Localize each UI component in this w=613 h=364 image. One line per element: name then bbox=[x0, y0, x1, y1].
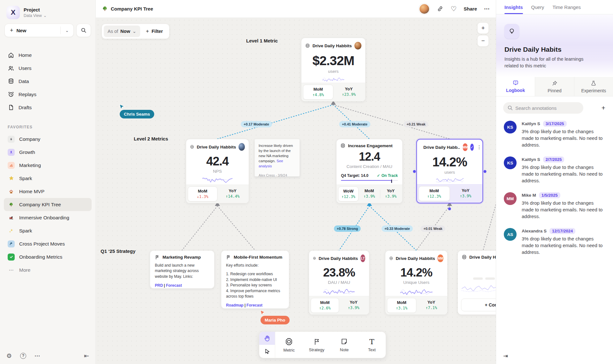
cursor-arrow-icon bbox=[118, 103, 125, 110]
select-tool-button[interactable] bbox=[259, 345, 275, 358]
zoom-in-button[interactable]: + bbox=[477, 22, 489, 34]
project-subtitle[interactable]: Data View⌄ bbox=[24, 13, 47, 18]
metric-card-level1[interactable]: Drive Daily Habbits $2.32M users MoM ↑4.… bbox=[301, 38, 366, 102]
metric-value: 42.4 bbox=[186, 155, 249, 168]
favorites-section-label: FAVORITES bbox=[0, 114, 95, 133]
tab-time-ranges[interactable]: Time Ranges bbox=[552, 0, 581, 14]
mom-stat[interactable]: MoM ↑2.6% bbox=[311, 298, 339, 313]
forecast-link[interactable]: Forecast bbox=[166, 283, 182, 288]
annotation-note[interactable]: Increase likely driven by the launch of … bbox=[254, 139, 300, 177]
topbar: Company KPI Tree ♡ Share ⋯ bbox=[96, 0, 496, 18]
new-dropdown-chevron-icon[interactable]: ⌄ bbox=[61, 28, 73, 33]
mom-stat[interactable]: MoM ↑4.8% bbox=[303, 85, 333, 100]
yoy-stat[interactable]: YoY ↑14.4% bbox=[218, 186, 247, 201]
subtab-pinned[interactable]: Pinned bbox=[535, 77, 574, 96]
more-options-icon[interactable]: ⋯ bbox=[34, 353, 40, 359]
sidebar-item-drafts[interactable]: Drafts bbox=[4, 101, 92, 114]
sidebar-fav-cross-project-moves[interactable]: Cross Project Moves bbox=[4, 237, 92, 250]
annotation-item[interactable]: KS Kaitlyn S 3/17/2025 3% drop likely du… bbox=[504, 121, 605, 148]
annotation-item[interactable]: MM Mike M 1/5/2025 3% drop likely due to… bbox=[504, 192, 605, 220]
metric-unit: users bbox=[301, 69, 365, 74]
search-annotations-input[interactable] bbox=[503, 102, 583, 114]
collapse-panel-icon[interactable]: ⇥ bbox=[503, 353, 508, 360]
sidebar-fav-marketing[interactable]: Marketing bbox=[4, 159, 92, 172]
annotation-item[interactable]: KS Kaitlyn S 2/7/2025 3% drop likely due… bbox=[504, 156, 605, 184]
sidebar-item-home[interactable]: Home bbox=[4, 49, 92, 62]
add-annotation-button[interactable]: + bbox=[601, 104, 606, 112]
note-tool-button[interactable]: Note bbox=[330, 332, 358, 358]
subtab-logbook[interactable]: Logbook bbox=[496, 77, 535, 96]
sidebar-item-replays[interactable]: Replays bbox=[4, 88, 92, 101]
yoy-stat[interactable]: YoY ↑3.9% bbox=[450, 186, 481, 201]
sidebar-fav-spark-2[interactable]: Spark bbox=[4, 224, 92, 237]
project-switcher[interactable]: X Project Data View⌄ bbox=[0, 4, 95, 24]
forecast-link[interactable]: Forecast bbox=[246, 303, 262, 307]
metric-card-unique-users[interactable]: Drive Daily Habbits MM 14.2% Unique User… bbox=[385, 250, 448, 315]
metric-card-engagement[interactable]: Increase Engagement 12.4 Content Creatio… bbox=[336, 139, 403, 203]
filter-button[interactable]: + Filter bbox=[141, 28, 167, 34]
sidebar-fav-company[interactable]: Company bbox=[4, 133, 92, 146]
yoy-stat[interactable]: YoY ↑7.1% bbox=[417, 298, 446, 313]
sidebar-fav-immersive-onboarding[interactable]: Immersive Onboarding bbox=[4, 211, 92, 224]
strategy-card-marketing-revamp[interactable]: Marketing Revamp Build and launch a new … bbox=[150, 250, 215, 289]
annotation-date-badge: 12/17/2024 bbox=[549, 228, 575, 234]
subtab-experiments[interactable]: Experiments bbox=[574, 77, 613, 96]
tab-insights[interactable]: Insights bbox=[504, 0, 523, 14]
sidebar-item-label: Company bbox=[19, 136, 40, 142]
tab-query[interactable]: Query bbox=[531, 0, 544, 14]
prd-link[interactable]: PRD bbox=[155, 283, 163, 288]
zoom-out-button[interactable]: − bbox=[477, 35, 489, 47]
yoy-stat[interactable]: YoY ↑3.9% bbox=[340, 298, 367, 313]
sidebar-fav-company-kpi-tree[interactable]: Company KPI Tree bbox=[4, 198, 92, 211]
strategy-tool-button[interactable]: Strategy bbox=[303, 332, 331, 358]
yoy-stat[interactable]: YoY ↑3.9% bbox=[381, 186, 401, 201]
sidebar-fav-growth[interactable]: Growth bbox=[4, 146, 92, 159]
kpi-tree-canvas[interactable]: As of Now ⌄ + Filter + − Level 1 Metric … bbox=[96, 18, 496, 364]
mom-stat[interactable]: MoM ↓1.3% bbox=[188, 186, 217, 201]
yoy-stat[interactable]: YoY ↑23.9% bbox=[334, 85, 364, 100]
new-button[interactable]: +New ⌄ bbox=[4, 24, 74, 37]
mom-stat[interactable]: MoM ↑3.1% bbox=[387, 298, 416, 313]
sparkline-chart bbox=[305, 76, 362, 83]
hand-tool-button[interactable] bbox=[259, 332, 275, 345]
edge-weight-pill: +0.17 Moderate bbox=[241, 121, 272, 127]
mom-stat[interactable]: MoM ↑12.3% bbox=[419, 186, 450, 201]
roadmap-link[interactable]: Roadmap bbox=[226, 303, 244, 307]
strategy-card-mobile-first[interactable]: Mobile-First Momentum Key efforts includ… bbox=[221, 250, 289, 309]
logbook-icon bbox=[512, 80, 519, 86]
metric-unit: DAU / MAU bbox=[309, 280, 369, 285]
metric-card-dau[interactable]: Drive Daily Habbits LT 23.8% DAU / MAU M… bbox=[309, 250, 369, 315]
mom-stat[interactable]: MoM ↑3.9% bbox=[359, 186, 379, 201]
as-of-dropdown[interactable]: As of Now ⌄ bbox=[104, 26, 140, 37]
metric-card-nps[interactable]: Drive Daily Habbits 42.4 NPS MoM ↓1.3% Y… bbox=[186, 139, 249, 203]
share-button[interactable]: Share bbox=[464, 6, 477, 11]
favorite-heart-icon[interactable]: ♡ bbox=[450, 5, 457, 13]
sidebar-fav-onboarding-metrics[interactable]: Onboarding Metrics bbox=[4, 250, 92, 263]
metric-card-selected[interactable]: Drive Daily Habb.. MM ✓ ⋮ 14.2% users Mo… bbox=[416, 139, 483, 203]
copy-link-icon[interactable] bbox=[437, 5, 443, 12]
sidebar-fav-spark[interactable]: Spark bbox=[4, 172, 92, 185]
sparkline-chart bbox=[389, 287, 444, 296]
sidebar-item-users[interactable]: Users bbox=[4, 62, 92, 75]
search-button[interactable] bbox=[76, 24, 91, 37]
strategy-list-item: 3. Personalize key screens bbox=[226, 283, 284, 288]
target-label: Q4 Target: 14.0 bbox=[341, 173, 368, 178]
help-icon[interactable]: ? bbox=[20, 353, 26, 359]
flag-icon bbox=[313, 338, 321, 345]
wow-stat[interactable]: WoW ↑12.3% bbox=[338, 186, 359, 201]
metric-tool-button[interactable]: Metric bbox=[275, 332, 303, 358]
connect-button[interactable]: + Connec bbox=[461, 299, 496, 311]
sidebar-more-button[interactable]: ⋯ More bbox=[4, 263, 92, 277]
tree-icon bbox=[102, 6, 108, 11]
metric-card-partial[interactable]: Drive Daily Hab + Connec bbox=[458, 250, 496, 315]
more-menu-icon[interactable]: ⋯ bbox=[484, 5, 489, 12]
text-tool-button[interactable]: T Text bbox=[358, 332, 386, 358]
card-menu-icon[interactable]: ⋮ bbox=[476, 144, 482, 150]
sidebar-fav-home-mvp[interactable]: Home MVP bbox=[4, 185, 92, 198]
annotation-item[interactable]: AS Alexandra S 12/17/2024 3% drop likely… bbox=[504, 228, 605, 255]
collapse-sidebar-icon[interactable]: ⇤ bbox=[84, 352, 89, 360]
settings-gear-icon[interactable]: ⚙ bbox=[6, 352, 12, 360]
sidebar-item-data[interactable]: Data bbox=[4, 75, 92, 88]
user-avatar[interactable] bbox=[419, 4, 430, 14]
new-button-label: New bbox=[17, 28, 26, 33]
